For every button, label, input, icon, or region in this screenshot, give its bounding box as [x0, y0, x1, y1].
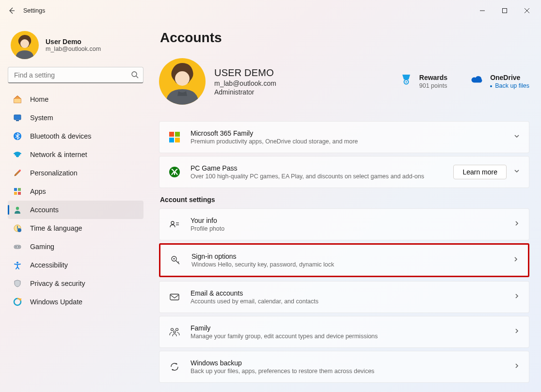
- card-sub: Manage your family group, edit account t…: [191, 333, 378, 340]
- chevron-right-icon: [513, 328, 520, 336]
- card-family[interactable]: Family Manage your family group, edit ac…: [159, 316, 529, 348]
- rewards-title: Rewards: [419, 74, 447, 81]
- nav-network[interactable]: Network & internet: [8, 145, 143, 164]
- chevron-down-icon: [513, 168, 520, 176]
- rewards-tile[interactable]: Rewards 901 points: [400, 74, 447, 89]
- family-icon: [168, 326, 181, 338]
- svg-rect-7: [14, 99, 21, 103]
- shield-icon: [13, 279, 22, 288]
- svg-rect-37: [170, 294, 179, 300]
- window-title: Settings: [23, 7, 45, 14]
- bluetooth-icon: [13, 131, 22, 141]
- svg-point-16: [16, 207, 19, 210]
- maximize-button[interactable]: [493, 3, 516, 18]
- home-icon: [13, 94, 22, 104]
- wifi-icon: [13, 150, 22, 159]
- close-button[interactable]: [516, 3, 538, 18]
- account-info: USER DEMO m_lab@outlook.com Administrato…: [214, 67, 276, 96]
- sidebar-user-email: m_lab@outlook.com: [46, 46, 101, 52]
- svg-rect-28: [175, 132, 180, 137]
- nav-label: Bluetooth & devices: [30, 132, 91, 140]
- nav-label: Network & internet: [30, 151, 87, 158]
- nav-label: Privacy & security: [30, 280, 85, 287]
- minimize-button[interactable]: [471, 3, 493, 18]
- svg-point-18: [17, 228, 21, 232]
- card-title: Windows backup: [191, 359, 374, 367]
- nav-label: Home: [30, 95, 48, 103]
- onedrive-tile[interactable]: OneDrive Back up files: [471, 74, 529, 89]
- card-title: Family: [191, 324, 378, 332]
- gamepad-icon: [13, 242, 22, 251]
- search-icon: [131, 71, 139, 80]
- microsoft-logo-icon: [168, 131, 181, 143]
- card-windows-backup[interactable]: Windows backup Back up your files, apps,…: [159, 351, 529, 383]
- learn-more-button[interactable]: Learn more: [453, 165, 507, 179]
- card-sub: Over 100 high-quality PC games, EA Play,…: [191, 173, 424, 180]
- sync-icon: [168, 361, 181, 373]
- card-gamepass[interactable]: PC Game Pass Over 100 high-quality PC ga…: [159, 156, 529, 188]
- svg-rect-29: [169, 138, 174, 142]
- window-controls: [471, 3, 538, 18]
- nav-label: Accessibility: [30, 261, 68, 269]
- cloud-icon: [471, 74, 483, 86]
- card-sub: Profile photo: [191, 225, 224, 232]
- card-sub: Back up your files, apps, preferences to…: [191, 368, 374, 375]
- card-your-info[interactable]: Your info Profile photo: [159, 208, 529, 240]
- svg-point-20: [16, 247, 16, 248]
- nav-label: Accounts: [30, 206, 59, 214]
- svg-point-38: [171, 329, 174, 331]
- avatar-large[interactable]: [159, 58, 206, 105]
- apps-icon: [13, 187, 22, 196]
- nav-privacy[interactable]: Privacy & security: [8, 274, 143, 293]
- card-title: Sign-in options: [191, 252, 334, 260]
- svg-rect-14: [14, 192, 17, 195]
- nav-time-language[interactable]: Time & language: [8, 219, 143, 237]
- svg-rect-19: [14, 245, 21, 249]
- card-sub: Premium productivity apps, OneDrive clou…: [191, 138, 358, 145]
- svg-rect-30: [175, 138, 180, 142]
- svg-line-6: [136, 76, 138, 78]
- card-m365[interactable]: Microsoft 365 Family Premium productivit…: [159, 121, 529, 153]
- svg-rect-13: [18, 188, 21, 191]
- search-box[interactable]: [8, 67, 143, 83]
- onedrive-sub: Back up files: [490, 82, 529, 89]
- nav-label: Apps: [30, 188, 46, 195]
- svg-point-32: [171, 221, 174, 224]
- nav-apps[interactable]: Apps: [8, 182, 143, 201]
- card-title: PC Game Pass: [191, 164, 424, 172]
- highlighted-sign-in-options: Sign-in options Windows Hello, security …: [159, 243, 529, 277]
- paintbrush-icon: [13, 168, 22, 178]
- main-content: Accounts USER DEMO m_lab@outlook.com Adm…: [151, 21, 541, 392]
- nav-label: Windows Update: [30, 298, 82, 306]
- nav-personalization[interactable]: Personalization: [8, 164, 143, 182]
- chevron-right-icon: [513, 220, 520, 229]
- svg-point-4: [20, 39, 29, 48]
- account-email: m_lab@outlook.com: [214, 79, 276, 87]
- search-input[interactable]: [8, 67, 143, 83]
- nav-label: System: [30, 114, 53, 122]
- sidebar-user-name: User Demo: [46, 38, 101, 46]
- back-button[interactable]: [3, 2, 20, 19]
- svg-point-21: [18, 247, 19, 248]
- chevron-right-icon: [513, 293, 520, 301]
- nav-bluetooth[interactable]: Bluetooth & devices: [8, 127, 143, 145]
- card-email-accounts[interactable]: Email & accounts Accounts used by email,…: [159, 281, 529, 313]
- svg-rect-8: [14, 115, 21, 120]
- svg-point-24: [175, 71, 190, 86]
- chevron-right-icon: [512, 256, 519, 265]
- section-label: Account settings: [160, 196, 529, 204]
- page-title: Accounts: [160, 30, 529, 46]
- nav-home[interactable]: Home: [8, 90, 143, 109]
- sidebar-user-block[interactable]: User Demo m_lab@outlook.com: [8, 26, 143, 67]
- nav-gaming[interactable]: Gaming: [8, 237, 143, 256]
- svg-rect-1: [503, 9, 507, 13]
- person-icon: [13, 205, 22, 215]
- system-icon: [13, 113, 22, 123]
- nav-accessibility[interactable]: Accessibility: [8, 256, 143, 274]
- nav-list: Home System Bluetooth & devices Network …: [8, 90, 143, 311]
- nav-windows-update[interactable]: Windows Update: [8, 293, 143, 311]
- nav-system[interactable]: System: [8, 109, 143, 127]
- card-sign-in-options[interactable]: Sign-in options Windows Hello, security …: [160, 245, 528, 276]
- nav-accounts[interactable]: Accounts: [8, 201, 143, 219]
- svg-rect-12: [14, 188, 17, 191]
